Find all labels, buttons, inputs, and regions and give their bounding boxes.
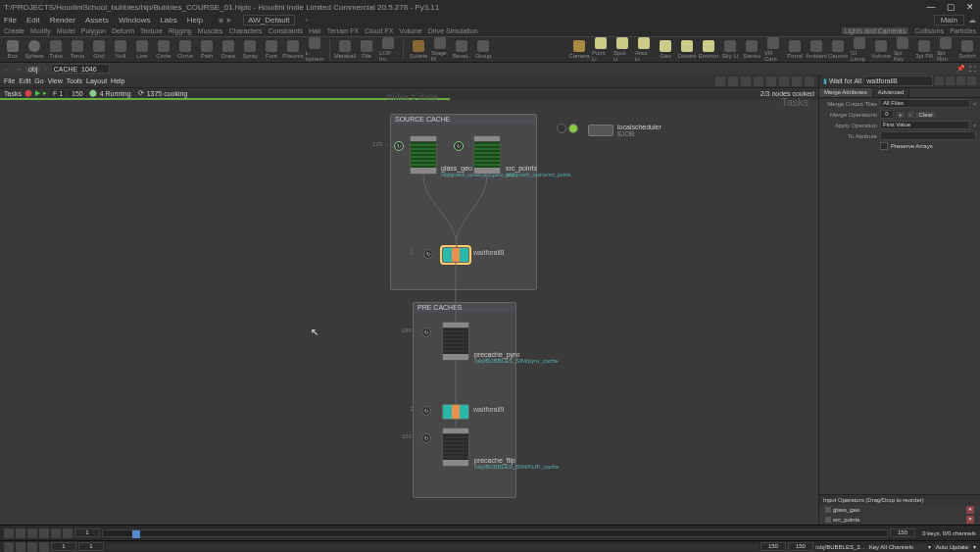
forward-icon[interactable]: → — [15, 66, 22, 73]
shelf-tool[interactable]: File — [358, 40, 375, 59]
playhead[interactable] — [132, 530, 140, 538]
path-obj[interactable]: obj — [25, 66, 40, 73]
shelf-tool[interactable]: Sky Li — [721, 40, 739, 59]
shelf-tool[interactable]: Distant — [678, 40, 696, 59]
shelf-tool[interactable]: Metaball — [336, 40, 354, 59]
shelf-tab[interactable]: Lights and Cameras — [842, 27, 909, 34]
shelf-tool[interactable]: Circle — [155, 40, 172, 59]
chevron-down-icon[interactable]: ▾ — [928, 543, 931, 550]
shelf-tool[interactable]: Stereo — [743, 40, 760, 59]
shelf-tool[interactable]: 3pt Rim — [937, 37, 955, 62]
cook-badge[interactable]: ↻ — [394, 141, 404, 151]
shelf-tool[interactable]: Caustic — [829, 40, 847, 59]
loop-icon[interactable] — [4, 542, 14, 552]
minimize-icon[interactable]: — — [925, 2, 937, 12]
desktop-selector[interactable]: Main — [934, 15, 964, 25]
menu-assets[interactable]: Assets — [85, 16, 109, 25]
param-int[interactable]: 0 — [880, 110, 894, 119]
last-frame-icon[interactable] — [63, 528, 73, 538]
param-dropdown[interactable]: All Files — [880, 99, 970, 108]
end-frame[interactable]: 150 — [890, 528, 915, 537]
shelf-tab[interactable]: Collisions — [914, 27, 944, 34]
range-end[interactable]: 150 — [760, 542, 786, 551]
info-icon[interactable] — [967, 76, 976, 85]
shelf-tab[interactable]: Terrain FX — [327, 27, 359, 34]
menu-small-view[interactable]: View — [48, 77, 63, 84]
prev-key-icon[interactable] — [16, 528, 25, 538]
input-operator-row[interactable]: src_points × — [819, 515, 980, 525]
shelf-tool[interactable]: VR Cam — [764, 37, 782, 62]
key-icon[interactable] — [39, 542, 49, 552]
node-precache-flip[interactable] — [442, 427, 469, 467]
shelf-tool[interactable]: Curve — [176, 40, 194, 59]
shelf-tool[interactable]: Geo — [657, 40, 674, 59]
tab-merge-attributes[interactable]: Merge Attributes — [819, 88, 873, 97]
play-icon[interactable] — [39, 528, 49, 538]
shelf-tab[interactable]: Polygon — [81, 27, 106, 34]
net-tool-icon[interactable] — [766, 76, 776, 86]
expand-icon[interactable]: ⛶ — [969, 66, 976, 73]
range-start2[interactable]: 1 — [78, 542, 104, 551]
scope-icon[interactable] — [27, 542, 37, 552]
key-channels[interactable]: Key All Channels — [867, 544, 926, 550]
shelf-tool[interactable]: Grid — [90, 40, 108, 59]
menu-small-help[interactable]: Help — [111, 77, 124, 84]
shelf-tab[interactable]: Muscles — [198, 27, 223, 34]
menu-small-file[interactable]: File — [4, 77, 15, 84]
remove-button[interactable]: - — [907, 112, 913, 118]
first-frame-icon[interactable] — [4, 528, 14, 538]
shelf-tool[interactable]: Environ — [700, 40, 717, 59]
maximize-icon[interactable]: ▢ — [945, 2, 956, 12]
cook-badge[interactable]: ↻ — [421, 327, 431, 337]
cook-badge[interactable]: ↻ — [421, 433, 431, 443]
shelf-tab[interactable]: Hair — [309, 27, 321, 34]
shelf-tab[interactable]: Deform — [112, 27, 134, 34]
shelf-tab[interactable]: Volume — [399, 27, 421, 34]
shelf-tool[interactable]: Platonic — [284, 40, 302, 59]
shelf-tool[interactable]: Box — [4, 40, 22, 59]
help-icon[interactable] — [956, 76, 965, 85]
cook-badge[interactable]: ↻ — [421, 406, 431, 416]
param-text[interactable] — [880, 131, 976, 140]
shelf-tool[interactable]: Spray — [241, 40, 259, 59]
net-tool-icon[interactable] — [728, 76, 738, 86]
menu-windows[interactable]: Windows — [119, 16, 150, 25]
shelf-tool[interactable]: Stage M — [431, 37, 449, 62]
shelf-tool[interactable]: Ambient — [808, 40, 825, 59]
clear-button[interactable]: Clear — [916, 112, 936, 118]
node-localscheduler[interactable]: localscheduler $JOB — [588, 124, 662, 137]
shelf-tool[interactable]: Solaris — [410, 40, 427, 59]
checkbox-preserve[interactable] — [880, 142, 888, 150]
cook-button[interactable]: ⬤ — [24, 89, 32, 97]
shelf-tool[interactable]: Sphere — [25, 40, 43, 59]
play-back-icon[interactable] — [27, 528, 37, 538]
path-field[interactable] — [51, 64, 110, 74]
shelf-tool[interactable]: Path — [198, 40, 216, 59]
chevron-down-icon[interactable]: ▾ — [973, 122, 976, 128]
node-src-points[interactable] — [473, 135, 501, 175]
cook-badge[interactable] — [568, 124, 578, 133]
param-dropdown[interactable]: First Value — [880, 121, 970, 129]
remove-icon[interactable]: × — [966, 506, 974, 514]
node-waitforall9[interactable]: waitforall9 — [442, 404, 469, 420]
add-button[interactable]: + — [897, 112, 905, 118]
timeline-track[interactable] — [102, 529, 888, 537]
node-waitforall8[interactable]: waitforall8 — [442, 247, 469, 263]
shelf-tool[interactable]: Tube — [47, 40, 65, 59]
shelf-tool[interactable]: LOP Im.. — [379, 37, 397, 62]
range-track[interactable] — [106, 544, 759, 550]
menu-help[interactable]: Help — [187, 16, 203, 25]
shelf-tool[interactable]: Font — [263, 40, 280, 59]
shelf-tab[interactable]: Characters — [228, 27, 262, 34]
realtime-icon[interactable] — [16, 542, 25, 552]
range-field[interactable]: 150 — [69, 90, 86, 97]
remove-icon[interactable]: × — [966, 516, 974, 524]
net-tool-icon[interactable] — [754, 76, 763, 86]
shelf-tool[interactable]: Torus — [69, 40, 86, 59]
network-editor[interactable]: File Edit Go View Tools Layout Help Task… — [0, 75, 818, 525]
menu-small-tools[interactable]: Tools — [67, 77, 82, 84]
shelf-tab[interactable]: Model — [57, 27, 75, 34]
shelf-tab[interactable]: Particles — [950, 27, 976, 34]
shelf-tool[interactable]: GI Lamp — [851, 37, 868, 62]
shelf-tool[interactable]: Volume — [872, 40, 890, 59]
